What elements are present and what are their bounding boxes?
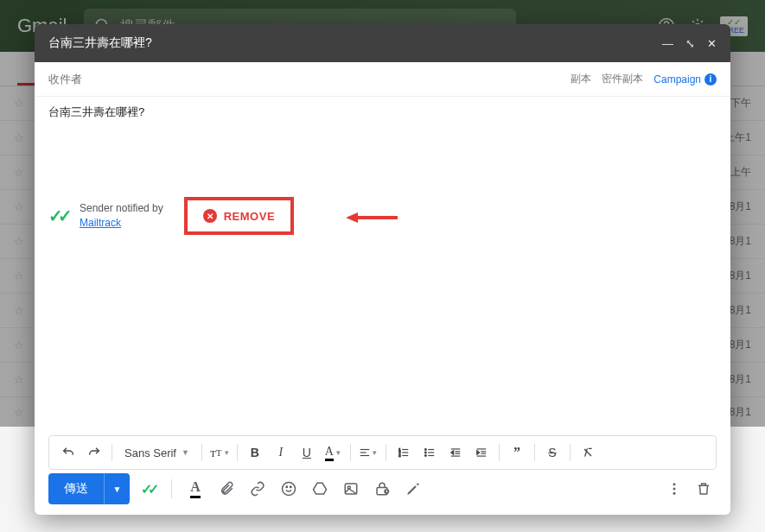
svg-point-41	[673, 492, 676, 495]
attach-button[interactable]	[214, 476, 239, 502]
underline-button[interactable]: U	[295, 440, 319, 465]
recipients-label: 收件者	[48, 72, 82, 87]
image-button[interactable]	[338, 476, 364, 502]
compose-title: 台南三井壽在哪裡?	[48, 35, 662, 51]
svg-point-21	[424, 455, 426, 457]
svg-point-33	[286, 486, 288, 488]
format-toggle-button[interactable]: A	[182, 476, 208, 502]
svg-point-39	[673, 483, 676, 485]
restore-icon[interactable]: ⤡	[685, 37, 695, 50]
indent-less-button[interactable]	[443, 440, 468, 465]
svg-point-19	[424, 449, 426, 451]
close-icon[interactable]: ✕	[707, 37, 717, 50]
svg-text:3: 3	[398, 453, 401, 458]
annotation-arrow	[346, 209, 398, 226]
star-icon[interactable]: ☆	[14, 131, 24, 144]
campaign-link[interactable]: Campaign i	[653, 73, 717, 86]
numbered-list-button[interactable]: 123	[392, 440, 416, 465]
discard-button[interactable]	[691, 476, 717, 502]
svg-marker-6	[346, 212, 358, 223]
notify-text: Sender notified by	[80, 202, 163, 214]
bcc-link[interactable]: 密件副本	[602, 72, 643, 86]
star-icon[interactable]: ☆	[14, 235, 24, 248]
quote-button[interactable]: ”	[505, 440, 529, 465]
bold-button[interactable]: B	[243, 440, 267, 465]
compose-window: 台南三井壽在哪裡? — ⤡ ✕ 收件者 副本 密件副本 Campaign i 台…	[35, 24, 730, 515]
text-color-button[interactable]: A▾	[321, 440, 345, 465]
italic-button[interactable]: I	[269, 440, 293, 465]
star-icon[interactable]: ☆	[14, 166, 24, 179]
more-options-button[interactable]	[661, 476, 687, 502]
link-button[interactable]	[245, 476, 271, 502]
compose-body[interactable]: ✓✓ Sender notified by Mailtrack ✕ REMOVE	[35, 128, 730, 435]
recipients-row[interactable]: 收件者 副本 密件副本 Campaign i	[35, 62, 730, 97]
font-size-button[interactable]: тT▾	[207, 440, 232, 465]
bullet-list-button[interactable]	[418, 440, 442, 465]
confidential-button[interactable]	[369, 476, 395, 502]
clear-format-button[interactable]	[576, 440, 600, 465]
star-icon[interactable]: ☆	[14, 304, 24, 317]
send-button[interactable]: 傳送 ▼	[48, 473, 130, 504]
svg-point-34	[290, 486, 292, 488]
cc-link[interactable]: 副本	[571, 72, 591, 86]
star-icon[interactable]: ☆	[14, 200, 24, 213]
mailtrack-signature: ✓✓ Sender notified by Mailtrack ✕ REMOVE	[48, 197, 294, 235]
svg-point-20	[424, 452, 426, 453]
svg-point-40	[673, 488, 676, 491]
compose-actions: 傳送 ▼ ✓✓ A	[35, 470, 730, 515]
drive-button[interactable]	[307, 476, 333, 502]
star-icon[interactable]: ☆	[14, 373, 24, 386]
compose-titlebar: 台南三井壽在哪裡? — ⤡ ✕	[35, 24, 730, 62]
double-check-icon: ✓✓	[48, 206, 67, 226]
format-toolbar: Sans Serif▼ тT▾ B I U A▾ ▾ 123 ” S	[48, 435, 717, 470]
svg-point-32	[283, 483, 296, 496]
send-options-dropdown[interactable]: ▼	[104, 473, 130, 504]
strikethrough-button[interactable]: S	[540, 440, 564, 465]
emoji-button[interactable]	[276, 476, 302, 502]
svg-marker-26	[451, 451, 454, 455]
star-icon[interactable]: ☆	[14, 339, 24, 352]
indent-more-button[interactable]	[469, 440, 494, 465]
star-icon[interactable]: ☆	[14, 406, 24, 419]
mailtrack-link[interactable]: Mailtrack	[80, 217, 121, 229]
info-icon: i	[704, 73, 717, 86]
minimize-icon[interactable]: —	[662, 37, 673, 50]
undo-button[interactable]	[56, 440, 80, 465]
subject-field[interactable]: 台南三井壽在哪裡?	[35, 97, 730, 128]
remove-x-icon: ✕	[203, 209, 217, 223]
star-icon[interactable]: ☆	[14, 97, 24, 110]
star-icon[interactable]: ☆	[14, 269, 24, 282]
font-select[interactable]: Sans Serif▼	[118, 446, 196, 459]
signature-button[interactable]	[400, 476, 426, 502]
mailtrack-toggle[interactable]: ✓✓	[135, 476, 161, 502]
svg-marker-31	[477, 451, 480, 455]
redo-button[interactable]	[82, 440, 106, 465]
remove-button[interactable]: ✕ REMOVE	[184, 197, 294, 235]
align-button[interactable]: ▾	[356, 440, 380, 465]
